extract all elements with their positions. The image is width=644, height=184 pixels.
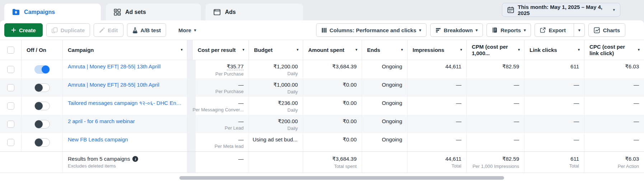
- cpc-cell: —: [584, 97, 644, 115]
- toggle-knob: [35, 139, 43, 146]
- tab-campaigns-label: Campaigns: [24, 9, 55, 15]
- sort-caret-icon[interactable]: ▼: [577, 48, 580, 52]
- table-row: Amruta | Money EFT| 28-55| 10th April — …: [0, 78, 644, 97]
- plus-icon: [11, 28, 16, 33]
- create-label: Create: [19, 27, 36, 33]
- campaign-link[interactable]: 2 april - for 6 march webinar: [68, 118, 135, 124]
- date-range-button[interactable]: This month: May 1, 2025 – May 4, 2025 ▾: [502, 3, 620, 17]
- edit-button[interactable]: Edit: [94, 23, 123, 37]
- campaign-toggle[interactable]: [34, 83, 50, 92]
- ab-test-button[interactable]: A/B test: [127, 23, 166, 37]
- cpc-value: —: [634, 118, 639, 124]
- sort-caret-icon[interactable]: ▼: [637, 48, 640, 52]
- sort-caret-icon[interactable]: ▼: [400, 48, 404, 52]
- cost-per-result-cell: — Per Meta lead: [193, 133, 249, 151]
- info-icon[interactable]: i: [132, 156, 138, 162]
- campaign-name-cell: Amruta | Money EFT| 28-55| 13th Aprill: [63, 60, 187, 78]
- row-checkbox[interactable]: [7, 102, 14, 110]
- horizontal-scrollbar-thumb[interactable]: [179, 176, 504, 180]
- impressions-cell: —: [408, 97, 467, 115]
- ends-cell: Ongoing: [362, 78, 408, 97]
- duplicate-label: Duplicate: [61, 27, 85, 33]
- tab-ads-label: Ads: [225, 9, 236, 15]
- header-link-clicks[interactable]: Link clicks ▼: [525, 40, 584, 60]
- row-checkbox[interactable]: [7, 121, 14, 128]
- columns-label: Columns: Performance and clicks: [330, 27, 417, 33]
- campaign-link[interactable]: Tailored messages campaign १२-०६- DHC En…: [68, 100, 183, 106]
- tab-campaigns[interactable]: Campaigns: [4, 4, 101, 20]
- header-budget[interactable]: Budget ▼: [249, 40, 303, 60]
- chevron-down-icon: ▾: [194, 28, 196, 32]
- breakdown-button[interactable]: Breakdown ▾: [430, 23, 483, 37]
- tab-ads[interactable]: Ads: [206, 4, 303, 20]
- budget-value: ₹1,000.00: [273, 82, 298, 88]
- tab-ad-sets[interactable]: Ad sets: [106, 4, 201, 20]
- summary-empty-cell: [0, 152, 63, 173]
- header-campaign[interactable]: Campaign ▼: [63, 40, 187, 60]
- impressions-cell: —: [408, 78, 467, 97]
- amount-spent-value: ₹0.00: [343, 82, 357, 88]
- cost-per-result-value: —: [238, 82, 244, 88]
- chevron-down-icon: ▾: [578, 28, 580, 32]
- campaign-name-cell: Tailored messages campaign १२-०६- DHC En…: [63, 97, 187, 115]
- budget-cell: Using ad set bud...: [249, 133, 303, 151]
- row-checkbox[interactable]: [7, 139, 14, 146]
- budget-value: ₹236.00: [278, 100, 298, 106]
- duplicate-button[interactable]: Duplicate: [46, 23, 90, 37]
- campaign-link[interactable]: Amruta | Money EFT| 28-55| 10th April: [68, 82, 159, 88]
- cpm-value: —: [514, 118, 519, 124]
- sort-caret-icon[interactable]: ▼: [180, 48, 183, 52]
- campaign-toggle[interactable]: [34, 102, 50, 110]
- cpc-cell: ₹6.03: [584, 60, 644, 78]
- sort-caret-icon[interactable]: ▼: [517, 48, 521, 52]
- campaign-toggle[interactable]: [34, 120, 50, 129]
- header-impressions[interactable]: Impressions ▼: [408, 40, 467, 60]
- header-cpc[interactable]: CPC (cost per link click) ▼: [584, 40, 644, 60]
- budget-sub: Daily: [287, 107, 298, 113]
- budget-sub: Daily: [287, 89, 298, 95]
- link-clicks-cell: —: [525, 78, 584, 97]
- export-icon: [540, 27, 546, 33]
- ends-cell: Ongoing: [362, 115, 408, 133]
- budget-value: Using ad set bud...: [253, 136, 297, 142]
- reports-button[interactable]: Reports ▾: [486, 23, 531, 37]
- export-options-button[interactable]: ▾: [574, 24, 585, 37]
- sort-caret-icon[interactable]: ▼: [296, 48, 299, 52]
- cost-per-result-cell: ₹35.77 Per Purchase: [193, 60, 249, 78]
- ends-cell: Ongoing: [362, 60, 408, 78]
- amount-spent-cell: ₹3,684.39: [303, 60, 362, 78]
- tab-ad-sets-label: Ad sets: [125, 9, 146, 15]
- campaign-link[interactable]: Amruta | Money EFT| 28-55| 13th Aprill: [68, 63, 160, 69]
- chevron-down-icon: ▾: [524, 28, 526, 32]
- sort-caret-icon[interactable]: ▼: [355, 48, 358, 52]
- columns-button[interactable]: Columns: Performance and clicks ▾: [316, 23, 427, 37]
- row-checkbox[interactable]: [7, 84, 14, 91]
- ends-value: Ongoing: [382, 136, 402, 142]
- sort-caret-icon[interactable]: ▼: [242, 48, 245, 52]
- breakdown-label: Breakdown: [444, 27, 473, 33]
- export-button[interactable]: Export: [535, 24, 571, 37]
- select-all-checkbox[interactable]: [7, 47, 14, 54]
- campaign-toggle[interactable]: [34, 138, 50, 147]
- sort-caret-icon[interactable]: ▼: [460, 48, 463, 52]
- header-ends[interactable]: Ends ▼: [362, 40, 408, 60]
- header-amount-spent[interactable]: Amount spent ▼: [303, 40, 362, 60]
- header-cpm[interactable]: CPM (cost per 1,000... ▼: [467, 40, 525, 60]
- cpc-cell: —: [584, 133, 644, 151]
- header-off-on[interactable]: Off / On: [22, 40, 63, 60]
- header-cost-per-result[interactable]: Cost per result ▼: [193, 40, 249, 60]
- summary-cpm-cell: ₹82.59 Per 1,000 Impressions: [467, 152, 525, 173]
- ab-test-label: A/B test: [141, 27, 161, 33]
- columns-icon: [321, 28, 327, 33]
- ends-value: Ongoing: [382, 100, 402, 106]
- impressions-cell: —: [408, 115, 467, 133]
- summary-cost-cell: —: [193, 152, 249, 173]
- campaign-toggle[interactable]: [34, 65, 50, 74]
- campaign-link[interactable]: New FB Leads campaign: [68, 136, 128, 142]
- campaign-name-cell: Amruta | Money EFT| 28-55| 10th April: [63, 78, 187, 97]
- more-button[interactable]: More ▾: [175, 23, 199, 37]
- table-row: New FB Leads campaign — Per Meta lead Us…: [0, 133, 644, 151]
- row-checkbox[interactable]: [7, 66, 14, 73]
- charts-button[interactable]: Charts: [588, 23, 625, 37]
- create-button[interactable]: Create: [4, 23, 43, 37]
